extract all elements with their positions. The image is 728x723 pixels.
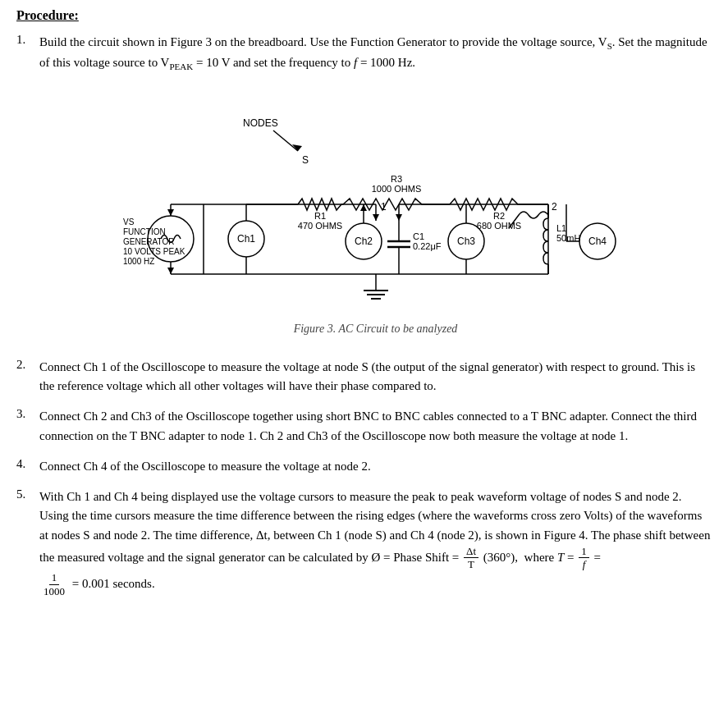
list-num-3: 3. xyxy=(16,407,39,421)
svg-marker-13 xyxy=(167,209,174,216)
r2-label: R2 xyxy=(492,211,504,221)
svg-line-0 xyxy=(273,130,298,151)
svg-marker-37 xyxy=(396,214,402,221)
vs-hz-label: 1000 HZ xyxy=(123,257,154,266)
list-item-2: 2. Connect Ch 1 of the Oscilloscope to m… xyxy=(16,358,712,396)
ch2-label: Ch2 xyxy=(354,236,372,247)
c1-label: C1 xyxy=(413,231,424,241)
procedure-heading: Procedure: xyxy=(16,8,712,23)
r1-value: 470 OHMS xyxy=(297,221,341,231)
list-content-3: Connect Ch 2 and Ch3 of the Oscilloscope… xyxy=(39,407,712,446)
svg-marker-15 xyxy=(167,268,174,274)
list-content-1: Build the circuit shown in Figure 3 on t… xyxy=(39,33,712,346)
ch3-label: Ch3 xyxy=(456,236,474,247)
r3-label: R3 xyxy=(390,174,401,184)
list-item-4: 4. Connect Ch 4 of the Oscilloscope to m… xyxy=(16,457,712,476)
svg-marker-35 xyxy=(360,204,367,211)
vs-gen-label: GENERATOR xyxy=(123,237,174,246)
ch1-label: Ch1 xyxy=(236,233,254,245)
list-item-5: 5. With Ch 1 and Ch 4 being displayed us… xyxy=(16,487,712,597)
circuit-diagram: NODES S R3 1000 OHMS xyxy=(39,85,712,315)
figure-caption: Figure 3. AC Circuit to be analyzed xyxy=(39,320,712,338)
list-num-4: 4. xyxy=(16,457,39,471)
list-content-5: With Ch 1 and Ch 4 being displayed use t… xyxy=(39,487,712,597)
r1-label: R1 xyxy=(314,211,325,221)
list-num-2: 2. xyxy=(16,358,39,372)
list-num-5: 5. xyxy=(16,487,39,501)
vs-func-label: FUNCTION xyxy=(123,227,166,236)
list-content-2: Connect Ch 1 of the Oscilloscope to meas… xyxy=(39,358,712,396)
c1-value: 0.22μF xyxy=(413,241,442,251)
vs-label: VS xyxy=(123,217,135,227)
circuit-svg: NODES S R3 1000 OHMS xyxy=(121,85,630,315)
list-item-3: 3. Connect Ch 2 and Ch3 of the Oscillosc… xyxy=(16,407,712,446)
ch4-label: Ch4 xyxy=(588,236,606,247)
list-item-1: 1. Build the circuit shown in Figure 3 o… xyxy=(16,33,712,346)
l1-label: L1 xyxy=(556,223,566,233)
r2-value: 680 OHMS xyxy=(476,221,520,231)
node1-label: 1 xyxy=(381,201,387,213)
vs-v-label: 10 VOLTS PEAK xyxy=(123,247,185,256)
r3-value: 1000 OHMS xyxy=(371,184,421,194)
node2-label: 2 xyxy=(552,201,557,213)
svg-marker-21 xyxy=(373,214,379,221)
s-label: S xyxy=(302,154,309,166)
list-content-4: Connect Ch 4 of the Oscilloscope to meas… xyxy=(39,457,712,476)
nodes-label: NODES xyxy=(243,117,278,129)
list-num-1: 1. xyxy=(16,33,39,47)
